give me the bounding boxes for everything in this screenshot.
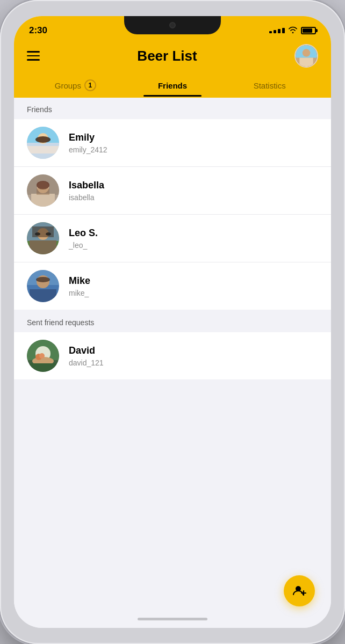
svg-rect-10 [27,146,59,153]
status-icons [269,26,316,35]
notch [124,16,221,34]
tab-friends-label: Friends [158,81,187,90]
tab-bar: Groups 1 Friends Statistics [27,74,318,98]
friend-avatar-leo [27,222,59,254]
friends-section-header: Friends [14,98,331,119]
battery-icon [301,27,316,34]
friend-username-isabella: isabella [69,193,104,202]
phone-frame: 2:30 [0,0,345,644]
svg-rect-4 [299,58,313,68]
sent-requests-list: David david_121 [14,332,331,379]
svg-point-39 [39,353,45,358]
svg-point-32 [36,277,50,282]
friend-name-emily: Emily [69,132,107,143]
friend-name-isabella: Isabella [69,180,104,191]
status-time: 2:30 [29,25,47,36]
add-friend-icon [292,584,306,598]
user-avatar-image [296,45,317,67]
friend-username-mike: mike_ [69,289,90,297]
app-title: Beer List [137,48,197,64]
add-friend-button[interactable] [284,575,315,606]
hamburger-line-1 [27,51,40,53]
svg-point-3 [303,49,311,57]
friend-avatar-david [27,340,59,372]
svg-rect-40 [30,363,56,372]
friend-info-mike: Mike mike_ [69,275,90,297]
friend-username-david: david_121 [69,358,104,367]
friend-info-david: David david_121 [69,345,104,367]
friend-item-leo[interactable]: Leo S. _leo_ [14,215,331,262]
svg-rect-16 [31,194,55,207]
friend-avatar-emily [27,127,59,159]
hamburger-line-2 [27,55,40,57]
app-header: Beer List [14,40,331,98]
main-content: Friends [14,98,331,610]
svg-rect-31 [30,289,56,302]
svg-rect-24 [32,226,54,237]
home-indicator [14,610,331,628]
friend-name-mike: Mike [69,275,90,287]
user-avatar-button[interactable] [294,44,318,68]
friend-avatar-isabella [27,174,59,207]
svg-point-25 [35,232,40,236]
signal-icon [269,28,285,33]
wifi-icon [288,26,298,35]
friend-username-leo: _leo_ [69,241,98,250]
hamburger-line-3 [27,59,40,61]
tab-statistics-label: Statistics [254,81,286,90]
tab-statistics[interactable]: Statistics [221,76,318,97]
notch-camera [169,22,176,28]
svg-point-26 [46,232,51,236]
friend-info-isabella: Isabella isabella [69,180,104,202]
friend-username-emily: emily_2412 [69,145,107,154]
sent-requests-section-header: Sent friend requests [14,311,331,332]
svg-rect-18 [37,188,49,195]
friend-item-isabella[interactable]: Isabella isabella [14,167,331,215]
friend-name-david: David [69,345,104,356]
svg-point-17 [37,181,49,189]
friend-avatar-mike [27,270,59,302]
friends-list: Emily emily_2412 [14,119,331,310]
menu-button[interactable] [27,51,40,61]
friend-item-mike[interactable]: Mike mike_ [14,262,331,310]
friend-info-leo: Leo S. _leo_ [69,228,98,250]
friend-name-leo: Leo S. [69,228,98,239]
friend-item-emily[interactable]: Emily emily_2412 [14,119,331,167]
svg-rect-23 [30,240,56,254]
request-item-david[interactable]: David david_121 [14,332,331,379]
tab-friends[interactable]: Friends [124,76,221,97]
phone-inner: 2:30 [14,16,331,628]
svg-point-11 [35,136,51,143]
groups-badge: 1 [84,79,96,91]
friend-info-emily: Emily emily_2412 [69,132,107,154]
tab-groups[interactable]: Groups 1 [27,74,124,98]
tab-groups-label: Groups [55,81,81,90]
home-bar [138,618,207,620]
